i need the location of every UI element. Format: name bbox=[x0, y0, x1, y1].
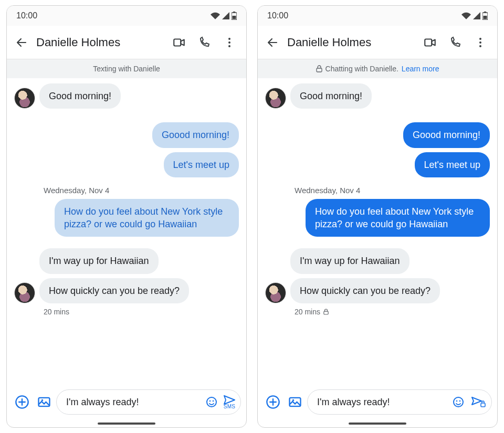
message-row-in: How quickly can you be ready? bbox=[14, 278, 239, 303]
svg-point-9 bbox=[41, 399, 44, 402]
date-separator: Wednesday, Nov 4 bbox=[14, 182, 239, 195]
status-icons bbox=[461, 12, 488, 20]
plus-circle-icon bbox=[266, 395, 280, 409]
svg-point-12 bbox=[213, 400, 214, 402]
back-button[interactable] bbox=[260, 30, 285, 55]
emoji-button[interactable] bbox=[203, 392, 220, 412]
contact-name: Danielle Holmes bbox=[285, 36, 417, 49]
message-bubble-out[interactable]: Goood morning! bbox=[403, 122, 490, 147]
composer-input[interactable]: I'm always ready! SMS bbox=[56, 389, 241, 415]
svg-rect-21 bbox=[324, 311, 328, 314]
svg-point-24 bbox=[292, 399, 295, 402]
message-bubble-in[interactable]: Good morning! bbox=[290, 83, 372, 109]
add-button[interactable] bbox=[12, 392, 32, 412]
gesture-bar bbox=[258, 420, 497, 427]
composer-text: I'm always ready! bbox=[66, 397, 201, 408]
battery-icon bbox=[482, 12, 488, 20]
message-bubble-out[interactable]: Goood morning! bbox=[152, 122, 239, 147]
avatar-spacer bbox=[14, 273, 35, 274]
video-call-button[interactable] bbox=[417, 30, 443, 55]
video-call-button[interactable] bbox=[166, 30, 192, 55]
svg-rect-28 bbox=[481, 403, 485, 407]
banner-link[interactable]: Learn more bbox=[402, 65, 439, 73]
chat-scroll[interactable]: Good morning! Goood morning! Let's meet … bbox=[7, 78, 246, 386]
svg-point-5 bbox=[228, 41, 230, 44]
emoji-icon bbox=[452, 396, 465, 408]
back-button[interactable] bbox=[9, 30, 34, 55]
video-icon bbox=[423, 36, 437, 49]
status-time: 10:00 bbox=[267, 11, 288, 20]
voice-call-button[interactable] bbox=[443, 30, 468, 55]
more-vert-icon bbox=[474, 36, 487, 49]
avatar[interactable] bbox=[14, 282, 35, 303]
composer-input[interactable]: I'm always ready! bbox=[307, 389, 492, 415]
chat-scroll[interactable]: Good morning! Goood morning! Let's meet … bbox=[258, 78, 497, 386]
svg-rect-20 bbox=[317, 68, 322, 72]
status-time: 10:00 bbox=[16, 11, 37, 20]
lock-icon bbox=[323, 309, 329, 315]
message-row-in: I'm way up for Hawaiian bbox=[265, 248, 490, 273]
more-vert-icon bbox=[223, 36, 236, 49]
banner-text: Chatting with Danielle. bbox=[326, 65, 398, 73]
wifi-icon bbox=[461, 12, 471, 19]
emoji-button[interactable] bbox=[449, 392, 467, 412]
avatar-spacer bbox=[265, 273, 286, 274]
message-bubble-in[interactable]: I'm way up for Hawaiian bbox=[39, 248, 159, 273]
image-icon bbox=[288, 395, 302, 409]
plus-circle-icon bbox=[15, 395, 29, 409]
composer-bar: I'm always ready! SMS bbox=[7, 386, 246, 420]
svg-rect-16 bbox=[425, 39, 432, 46]
add-button[interactable] bbox=[263, 392, 283, 412]
avatar[interactable] bbox=[265, 88, 286, 109]
phone-icon bbox=[449, 36, 461, 49]
message-bubble-out[interactable]: Let's meet up bbox=[164, 152, 239, 177]
arrow-left-icon bbox=[15, 36, 28, 49]
battery-icon bbox=[232, 12, 237, 20]
status-bar: 10:00 bbox=[258, 6, 497, 26]
svg-point-25 bbox=[454, 397, 463, 407]
phone-screen-sms: 10:00 Danielle Holmes Texting with Danie… bbox=[6, 5, 247, 428]
message-bubble-in[interactable]: I'm way up for Hawaiian bbox=[290, 248, 410, 273]
message-bubble-in[interactable]: How quickly can you be ready? bbox=[39, 278, 189, 303]
svg-point-17 bbox=[479, 38, 481, 40]
send-mode-label: SMS bbox=[224, 404, 236, 409]
date-separator: Wednesday, Nov 4 bbox=[265, 182, 490, 195]
avatar[interactable] bbox=[14, 88, 35, 109]
image-icon bbox=[37, 395, 51, 409]
signal-icon bbox=[222, 12, 229, 19]
message-bubble-out[interactable]: Let's meet up bbox=[415, 152, 490, 177]
message-row-out: Goood morning! bbox=[265, 122, 490, 147]
message-bubble-out[interactable]: How do you feel about New York style piz… bbox=[306, 199, 490, 237]
message-bubble-in[interactable]: How quickly can you be ready? bbox=[290, 278, 440, 303]
composer-text: I'm always ready! bbox=[317, 397, 447, 408]
message-row-in: I'm way up for Hawaiian bbox=[14, 248, 239, 273]
send-button[interactable] bbox=[469, 392, 487, 412]
phone-screen-rcs: 10:00 Danielle Holmes Chatting with Dani… bbox=[257, 5, 498, 428]
gallery-button[interactable] bbox=[34, 392, 54, 412]
message-bubble-out[interactable]: How do you feel about New York style piz… bbox=[55, 199, 239, 237]
message-row-out: Goood morning! bbox=[14, 122, 239, 147]
app-bar: Danielle Holmes bbox=[7, 26, 246, 59]
gallery-button[interactable] bbox=[285, 392, 305, 412]
svg-point-19 bbox=[479, 45, 481, 47]
svg-point-18 bbox=[479, 41, 481, 44]
svg-point-6 bbox=[228, 45, 230, 47]
message-bubble-in[interactable]: Good morning! bbox=[39, 83, 121, 109]
wifi-icon bbox=[211, 12, 220, 19]
arrow-left-icon bbox=[266, 36, 279, 49]
voice-call-button[interactable] bbox=[192, 30, 217, 55]
message-timestamp: 20 mins bbox=[14, 308, 239, 316]
status-icons bbox=[211, 12, 237, 20]
message-row-out: Let's meet up bbox=[14, 152, 239, 177]
svg-point-11 bbox=[209, 400, 211, 402]
avatar[interactable] bbox=[265, 282, 286, 303]
message-row-out: How do you feel about New York style piz… bbox=[265, 199, 490, 237]
overflow-menu-button[interactable] bbox=[217, 30, 242, 55]
emoji-icon bbox=[205, 396, 218, 408]
contact-name: Danielle Holmes bbox=[34, 36, 166, 49]
overflow-menu-button[interactable] bbox=[468, 30, 493, 55]
send-button[interactable]: SMS bbox=[223, 395, 236, 409]
video-icon bbox=[172, 36, 186, 49]
app-bar: Danielle Holmes bbox=[258, 26, 497, 59]
message-row-in: Good morning! bbox=[265, 83, 490, 109]
